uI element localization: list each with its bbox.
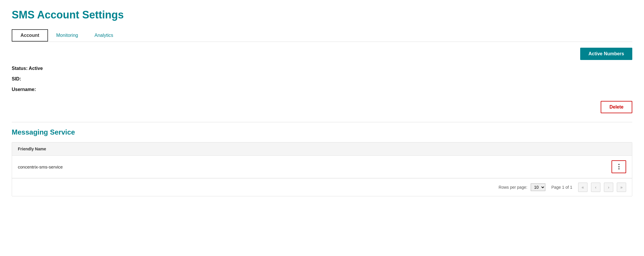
- top-action-row: Active Numbers: [12, 48, 632, 60]
- table-header-friendly-name: Friendly Name: [18, 147, 626, 151]
- delete-row: Delete: [12, 101, 632, 113]
- tab-account[interactable]: Account: [12, 29, 48, 42]
- tabs-row: Account Monitoring Analytics: [12, 29, 632, 42]
- messaging-service-section: Messaging Service Friendly Name concentr…: [12, 128, 632, 196]
- pagination-row: Rows per page: 10 25 50 Page 1 of 1 « ‹ …: [12, 178, 632, 196]
- table-header: Friendly Name: [12, 142, 632, 156]
- kebab-menu-button[interactable]: ⋮: [612, 160, 626, 173]
- table-row: concentrix-sms-service ⋮: [12, 156, 632, 178]
- last-page-button[interactable]: »: [617, 183, 626, 192]
- status-label: Status: Active: [12, 66, 632, 71]
- rows-per-page-select[interactable]: 10 25 50: [531, 183, 545, 191]
- table-cell-friendly-name: concentrix-sms-service: [18, 164, 612, 169]
- section-divider: [12, 122, 632, 122]
- messaging-service-title: Messaging Service: [12, 128, 632, 136]
- page-title: SMS Account Settings: [12, 9, 632, 21]
- messaging-service-table: Friendly Name concentrix-sms-service ⋮ R…: [12, 142, 632, 196]
- page-info: Page 1 of 1: [551, 185, 572, 190]
- next-page-button[interactable]: ›: [604, 183, 613, 192]
- sid-label: SID:: [12, 76, 632, 82]
- active-numbers-button[interactable]: Active Numbers: [580, 48, 632, 60]
- rows-per-page-label: Rows per page:: [499, 185, 527, 190]
- first-page-button[interactable]: «: [578, 183, 588, 192]
- table-actions: ⋮: [612, 160, 626, 173]
- tab-analytics[interactable]: Analytics: [86, 30, 121, 41]
- username-label: Username:: [12, 87, 632, 92]
- page-container: SMS Account Settings Account Monitoring …: [0, 0, 644, 256]
- tab-monitoring[interactable]: Monitoring: [48, 30, 86, 41]
- prev-page-button[interactable]: ‹: [591, 183, 600, 192]
- delete-button[interactable]: Delete: [601, 101, 632, 113]
- account-info-section: Status: Active SID: Username:: [12, 66, 632, 92]
